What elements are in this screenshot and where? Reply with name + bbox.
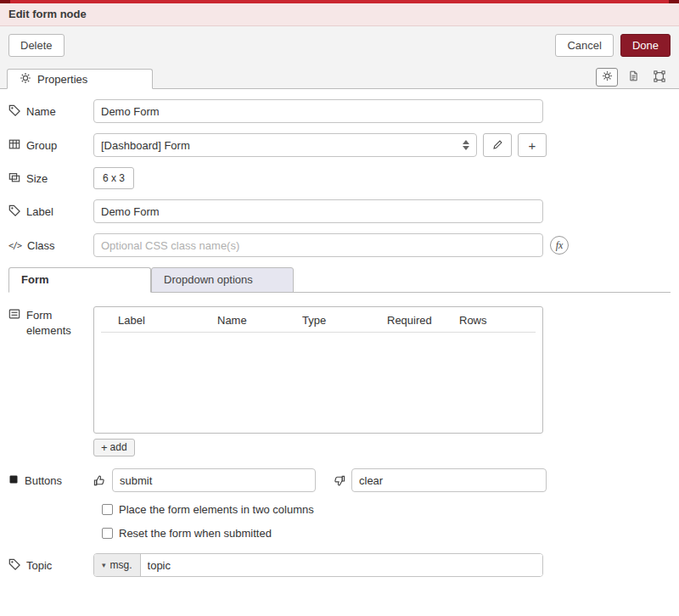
label-row: Label bbox=[8, 199, 671, 223]
label-input[interactable] bbox=[93, 199, 543, 223]
cancel-button[interactable]: Cancel bbox=[555, 34, 613, 57]
topic-type-select[interactable]: ▾ msg. bbox=[94, 554, 141, 576]
code-icon: </> bbox=[8, 241, 21, 250]
clear-button-label-input[interactable] bbox=[351, 468, 547, 492]
thumbs-down-icon bbox=[333, 474, 351, 487]
group-select[interactable]: [Dashboard] Form bbox=[93, 133, 477, 157]
dialog-title: Edit form node bbox=[0, 3, 679, 26]
topic-label: Topic bbox=[8, 558, 93, 573]
column-header: Label bbox=[118, 314, 217, 327]
column-header: Type bbox=[302, 314, 387, 327]
tab-properties[interactable]: Properties bbox=[7, 69, 153, 89]
done-button[interactable]: Done bbox=[620, 34, 671, 57]
add-group-button[interactable]: + bbox=[518, 133, 547, 157]
name-input[interactable] bbox=[93, 99, 543, 123]
column-header: Name bbox=[217, 314, 302, 327]
class-label: </> Class bbox=[8, 239, 93, 252]
gear-icon bbox=[20, 72, 31, 87]
class-input[interactable] bbox=[93, 233, 543, 257]
object-size-icon bbox=[8, 171, 20, 186]
table-icon bbox=[8, 138, 20, 153]
tab-toggle-group bbox=[596, 68, 671, 87]
tag-icon bbox=[8, 104, 20, 119]
add-element-button[interactable]: + add bbox=[93, 439, 135, 456]
dialog-button-bar: Delete Cancel Done bbox=[0, 26, 679, 64]
properties-form: Name Group [Dashboard] Form bbox=[0, 89, 679, 577]
label-label: Label bbox=[8, 204, 93, 219]
fx-button[interactable]: fx bbox=[550, 236, 569, 255]
reset-form-checkbox[interactable] bbox=[102, 528, 113, 539]
pencil-icon bbox=[492, 138, 503, 153]
subtab-dropdown-options[interactable]: Dropdown options bbox=[151, 267, 294, 293]
document-icon bbox=[628, 70, 639, 84]
delete-button[interactable]: Delete bbox=[8, 34, 65, 57]
name-label: Name bbox=[8, 104, 93, 119]
submit-button-label-input[interactable] bbox=[112, 468, 316, 492]
square-icon bbox=[8, 474, 19, 487]
tab-properties-label: Properties bbox=[37, 73, 87, 86]
properties-toggle-button[interactable] bbox=[596, 68, 618, 87]
topic-input-group: ▾ msg. bbox=[93, 553, 543, 577]
group-label: Group bbox=[8, 138, 93, 153]
size-button[interactable]: 6 x 3 bbox=[93, 167, 134, 189]
caret-down-icon: ▾ bbox=[102, 561, 106, 569]
name-row: Name bbox=[8, 99, 671, 123]
size-row: Size 6 x 3 bbox=[8, 167, 671, 189]
thumbs-up-icon bbox=[93, 474, 112, 487]
tag-icon bbox=[8, 558, 20, 573]
form-subtab-bar: Form Dropdown options bbox=[8, 267, 671, 293]
buttons-row: Buttons bbox=[8, 468, 671, 492]
gear-icon bbox=[602, 70, 613, 84]
plus-icon: + bbox=[101, 442, 108, 453]
select-arrows-icon bbox=[463, 140, 469, 150]
subtab-form[interactable]: Form bbox=[8, 267, 151, 293]
buttons-label: Buttons bbox=[8, 474, 93, 487]
topic-row: Topic ▾ msg. bbox=[8, 553, 671, 577]
column-header: Required bbox=[387, 314, 459, 327]
column-header: Rows bbox=[459, 314, 536, 327]
form-elements-label: Form elements bbox=[8, 306, 93, 338]
plus-icon: + bbox=[529, 138, 536, 153]
appearance-toggle-button[interactable] bbox=[648, 68, 671, 87]
group-row: Group [Dashboard] Form + bbox=[8, 133, 671, 157]
form-elements-header: Label Name Type Required Rows bbox=[101, 307, 536, 333]
object-group-icon bbox=[654, 70, 665, 85]
editor-tab-bar: Properties bbox=[0, 64, 679, 89]
two-columns-checkbox-label: Place the form elements in two columns bbox=[119, 503, 314, 516]
two-columns-option: Place the form elements in two columns bbox=[102, 503, 671, 516]
group-select-value: [Dashboard] Form bbox=[101, 139, 463, 152]
class-row: </> Class fx bbox=[8, 233, 671, 257]
reset-form-option: Reset the form when submitted bbox=[102, 527, 671, 540]
form-elements-row: Form elements Label Name Type Required R… bbox=[8, 306, 671, 456]
description-toggle-button[interactable] bbox=[622, 68, 644, 87]
topic-input[interactable] bbox=[141, 554, 542, 576]
reset-form-checkbox-label: Reset the form when submitted bbox=[119, 527, 272, 540]
edit-group-button[interactable] bbox=[483, 133, 512, 157]
two-columns-checkbox[interactable] bbox=[102, 504, 113, 515]
size-label: Size bbox=[8, 171, 93, 186]
edit-form-node-dialog: Edit form node Delete Cancel Done Proper… bbox=[0, 0, 679, 577]
form-icon bbox=[8, 308, 20, 324]
form-elements-editor: Label Name Type Required Rows + add bbox=[93, 306, 543, 456]
tag-icon bbox=[8, 204, 20, 219]
form-elements-list[interactable]: Label Name Type Required Rows bbox=[93, 306, 543, 434]
topic-type-label: msg. bbox=[110, 559, 132, 571]
